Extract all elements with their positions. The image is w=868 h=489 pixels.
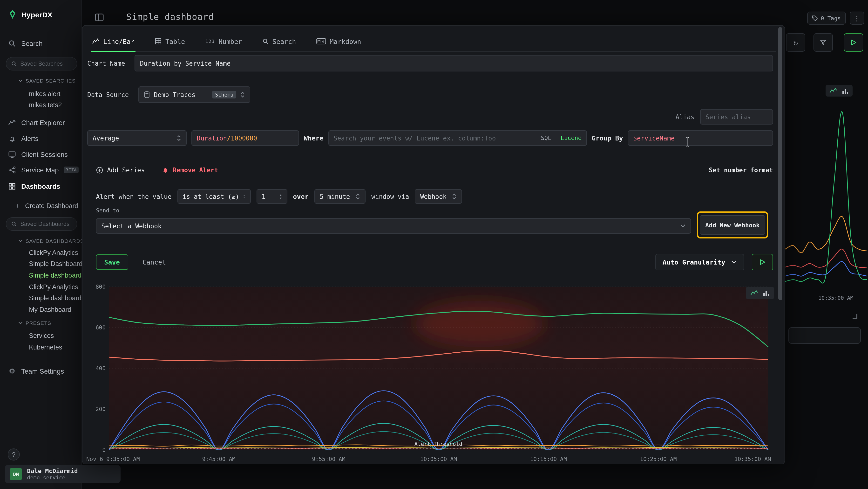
hyperdx-logo-icon: [8, 10, 18, 19]
service-map-icon: [8, 166, 17, 174]
add-series-button[interactable]: Add Series: [96, 166, 145, 174]
granularity-select[interactable]: Auto Granularity: [655, 254, 744, 270]
threshold-number-input[interactable]: 1 ▴▾: [256, 189, 287, 204]
user-menu[interactable]: DM Dale McDiarmid demo-service -: [5, 465, 121, 483]
bell-icon: [8, 134, 17, 143]
sidebar-item-label: Service Map: [21, 166, 59, 174]
line-chart-icon[interactable]: [750, 290, 758, 296]
comparator-select[interactable]: is at least (≥): [177, 189, 250, 204]
dashboard-item-active[interactable]: Simple dashboard: [29, 270, 82, 281]
presets-section[interactable]: PRESETS: [18, 320, 51, 326]
app-root: Simple dashboard 0 Tags ⋮ ↻ 10:35:00 AM …: [0, 0, 868, 489]
channel-select[interactable]: Webhook: [415, 189, 462, 204]
chevron-down-icon: [680, 224, 686, 228]
sidebar-collapse-icon[interactable]: [94, 12, 104, 22]
saved-search-item[interactable]: mikes alert: [29, 88, 61, 99]
preset-item[interactable]: Kubernetes: [29, 342, 62, 352]
field-suffix: /1000000: [227, 135, 257, 142]
line-chart-icon[interactable]: [830, 87, 837, 94]
sidebar-item-dashboards[interactable]: Dashboards: [8, 180, 60, 192]
tags-button[interactable]: 0 Tags: [807, 11, 845, 25]
filter-button[interactable]: [813, 33, 833, 52]
chart-display-toggle[interactable]: [746, 287, 774, 299]
preset-item[interactable]: Services: [29, 330, 54, 341]
stepper-down-icon[interactable]: ▾: [279, 197, 282, 200]
tab-line-bar[interactable]: Line/Bar: [91, 31, 135, 51]
sidebar-item-team-settings[interactable]: ⚙ Team Settings: [8, 366, 64, 377]
add-new-webhook-button[interactable]: Add New Webhook: [700, 215, 765, 235]
search-icon: [8, 39, 17, 48]
save-button[interactable]: Save: [96, 254, 128, 270]
data-source-label: Data Source: [87, 91, 129, 98]
bar-chart-icon[interactable]: [763, 290, 770, 296]
saved-search-item[interactable]: mikes tets2: [29, 99, 62, 110]
threshold-value: 1: [261, 193, 266, 200]
dashboard-item[interactable]: ClickPy Analytics: [29, 247, 78, 258]
beta-badge: BETA: [64, 167, 79, 173]
where-input[interactable]: Search your events w/ Lucene ex. column:…: [328, 130, 587, 146]
remove-alert-button[interactable]: Remove Alert: [162, 166, 218, 174]
edit-chart-modal: 0200400600800Alert ThresholdNov 6 9:35:0…: [82, 25, 785, 464]
help-button[interactable]: ?: [8, 449, 20, 461]
number-stepper[interactable]: ▴▾: [279, 193, 282, 200]
svg-text:200: 200: [95, 406, 105, 412]
dashboard-item[interactable]: Simple dashboard: [29, 292, 82, 303]
line-chart-icon: [92, 38, 99, 45]
lucene-option[interactable]: Lucene: [561, 135, 582, 141]
tab-label: Line/Bar: [103, 37, 134, 45]
sidebar-item-search[interactable]: Search: [8, 38, 43, 49]
chart-name-row: Chart Name Duration by Service Name: [87, 55, 773, 71]
kebab-menu-button[interactable]: ⋮: [850, 11, 864, 25]
field-input[interactable]: Duration/1000000: [191, 130, 299, 146]
funnel-icon: [819, 39, 827, 46]
chart-name-input[interactable]: Duration by Service Name: [135, 55, 773, 71]
saved-dashboards-section[interactable]: SAVED DASHBOARDS: [18, 238, 84, 244]
sidebar-item-service-map[interactable]: Service Map BETA: [8, 164, 79, 176]
dashboard-item[interactable]: My Dashboard: [29, 304, 71, 315]
search-icon: [262, 38, 269, 45]
webhook-row: Select a Webhook: [96, 218, 691, 234]
cancel-button[interactable]: Cancel: [143, 258, 166, 266]
create-dashboard-button[interactable]: + Create Dashboard: [14, 200, 79, 211]
select-chevrons-icon: [240, 91, 245, 98]
set-number-format-button[interactable]: Set number format: [709, 166, 773, 174]
tile-resize-handle[interactable]: [852, 314, 858, 319]
series-row: Average Duration/1000000 Where Search yo…: [87, 130, 773, 146]
window-select[interactable]: 5 minute: [314, 189, 366, 204]
svg-text:Nov 6 9:35:00 AM: Nov 6 9:35:00 AM: [86, 456, 140, 462]
sidebar-item-client-sessions[interactable]: Client Sessions: [8, 149, 68, 160]
sidebar-item-chart-explorer[interactable]: Chart Explorer: [8, 117, 65, 128]
sql-option[interactable]: SQL: [541, 135, 551, 141]
saved-searches-section[interactable]: SAVED SEARCHES: [18, 78, 76, 84]
sidebar-item-label: Search: [21, 39, 43, 47]
bg-chart-type-toggle[interactable]: [826, 85, 852, 96]
tab-label: Number: [218, 37, 242, 45]
tab-markdown[interactable]: Markdown: [315, 31, 362, 51]
run-chart-button[interactable]: [752, 254, 773, 270]
saved-dashboards-input[interactable]: Saved Dashboards: [6, 217, 77, 231]
sidebar-item-alerts[interactable]: Alerts: [8, 133, 38, 144]
background-tile-chart: [785, 102, 867, 292]
data-source-select[interactable]: Demo Traces Schema: [138, 86, 250, 103]
dashboard-item[interactable]: ClickPy Analytics: [29, 282, 78, 292]
modal-footer-left: Save Cancel: [96, 254, 166, 270]
aggregation-select[interactable]: Average: [87, 130, 187, 146]
dashboard-item[interactable]: Simple Dashboard: [29, 258, 83, 269]
refresh-button[interactable]: ↻: [786, 33, 805, 52]
svg-text:10:35:00 AM: 10:35:00 AM: [735, 456, 771, 462]
tab-search[interactable]: Search: [261, 31, 297, 51]
svg-text:10:15:00 AM: 10:15:00 AM: [530, 456, 567, 462]
tab-number[interactable]: 123 Number: [204, 31, 243, 51]
bar-chart-icon[interactable]: [842, 87, 849, 94]
alias-input[interactable]: Series alias: [700, 109, 773, 124]
tab-label: Markdown: [330, 37, 361, 45]
webhook-select[interactable]: Select a Webhook: [96, 218, 691, 234]
query-language-switch[interactable]: SQL | Lucene: [541, 135, 582, 141]
modal-scrollbar[interactable]: [778, 27, 782, 300]
tab-table[interactable]: Table: [154, 31, 186, 51]
alias-placeholder: Series alias: [706, 113, 751, 120]
group-by-input[interactable]: ServiceName: [628, 130, 773, 146]
saved-searches-input[interactable]: Saved Searches: [6, 57, 77, 70]
avatar: DM: [10, 468, 22, 480]
run-query-button-bg[interactable]: [844, 33, 863, 52]
